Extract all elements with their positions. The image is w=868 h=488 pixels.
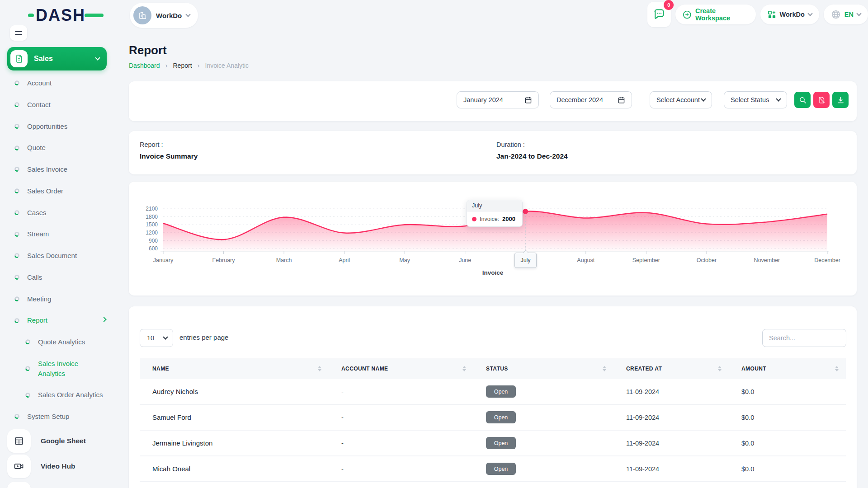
sidebar-item-cases[interactable]: Cases (7, 202, 110, 224)
language-selector[interactable]: EN (824, 5, 868, 24)
clear-filter-button[interactable] (813, 92, 830, 108)
app-root: DASH WorkDo 0 Create Workspace WorkDo EN (0, 0, 868, 488)
svg-text:900: 900 (149, 238, 158, 244)
sidebar-item-account[interactable]: Account (7, 72, 110, 94)
sidebar-item-system-setup[interactable]: System Setup (7, 406, 110, 427)
create-workspace-button[interactable]: Create Workspace (675, 5, 755, 24)
search-icon (799, 96, 807, 104)
column-label: STATUS (486, 366, 508, 372)
cell-amount: $0.0 (729, 388, 846, 395)
app-switcher-label: WorkDo (780, 11, 805, 18)
select-status-dropdown[interactable]: Select Status (724, 91, 787, 108)
sort-icon[interactable] (462, 366, 466, 371)
column-label: NAME (152, 366, 169, 372)
column-header-amount[interactable]: AMOUNT (729, 366, 846, 372)
svg-text:May: May (399, 257, 410, 263)
notification-badge: 0 (664, 0, 674, 10)
sidebar-item-sales-order-analytics[interactable]: Sales Order Analytics (7, 384, 110, 406)
sidebar-collapse-button[interactable] (10, 25, 27, 41)
chevron-down-icon (856, 11, 861, 16)
select-account-value: Select Account (656, 96, 700, 103)
svg-text:February: February (212, 257, 236, 263)
sidebar-item-label: Cases (27, 208, 47, 218)
sidebar-item-sales-order[interactable]: Sales Order (7, 180, 110, 202)
start-date-value: January 2024 (463, 96, 503, 103)
column-header-account-name[interactable]: ACCOUNT NAME (329, 366, 473, 372)
sort-icon[interactable] (318, 366, 321, 371)
column-header-name[interactable]: NAME (140, 366, 329, 372)
svg-text:April: April (339, 257, 350, 263)
cell-name: Jermaine Livingston (140, 439, 329, 447)
ring-icon (14, 145, 19, 150)
invoice-chart-card: 6009001200150018002100JanuaryFebruaryMar… (129, 182, 857, 296)
sidebar-item-label: Report (27, 315, 47, 325)
column-header-created-at[interactable]: CREATED AT (613, 366, 729, 372)
app-switcher-button[interactable]: WorkDo (760, 5, 819, 24)
logo-dash-right (85, 14, 104, 17)
table-search-input[interactable] (762, 329, 846, 347)
sidebar-item-quote[interactable]: Quote (7, 137, 110, 159)
search-filter-button[interactable] (794, 92, 811, 108)
sidebar-item-label: Sales Order Analytics (38, 390, 103, 400)
sidebar-item-label: Calls (27, 272, 42, 282)
page-title: Report (129, 43, 167, 57)
cell-account: - (329, 465, 473, 473)
tooltip-series-label: Invoice: (480, 216, 499, 222)
sidebar-item-video-hub[interactable]: Video Hub (7, 455, 110, 478)
breadcrumb-dashboard[interactable]: Dashboard (129, 62, 160, 69)
sidebar-item-opportunities[interactable]: Opportunities (7, 116, 110, 137)
cell-created-at: 11-09-2024 (613, 465, 729, 473)
sidebar-item-google-sheet[interactable]: Google Sheet (7, 429, 110, 453)
cell-created-at: 11-09-2024 (613, 388, 729, 395)
messages-button[interactable]: 0 (647, 2, 671, 27)
ring-icon (14, 296, 19, 301)
tooltip-value: 2000 (502, 216, 515, 222)
ring-icon (14, 275, 19, 280)
select-account-dropdown[interactable]: Select Account (650, 91, 712, 108)
sidebar-item-calls[interactable]: Calls (7, 267, 110, 288)
chevron-down-icon (776, 96, 781, 101)
header-actions: 0 Create Workspace WorkDo EN (647, 0, 868, 29)
svg-text:600: 600 (149, 245, 158, 252)
ring-icon (14, 124, 19, 129)
sidebar-item-sales-invoice-analytics[interactable]: Sales Invoice Analytics (7, 353, 110, 385)
report-value: Invoice Summary (140, 152, 198, 160)
ring-icon (14, 414, 19, 419)
start-date-input[interactable]: January 2024 (457, 91, 539, 108)
chevron-down-icon (163, 334, 168, 339)
workspace-selector[interactable]: WorkDo (130, 3, 198, 28)
sort-icon[interactable] (603, 366, 606, 371)
sidebar-item-sales-document[interactable]: Sales Document (7, 245, 110, 267)
highlighted-month-label: July (514, 253, 537, 268)
sidebar-item-report[interactable]: Report (7, 310, 110, 331)
entries-per-page-select[interactable]: 10 (140, 329, 173, 347)
sidebar-footer-stub (7, 482, 31, 488)
sidebar-item-contact[interactable]: Contact (7, 94, 110, 116)
sidebar-item-label: System Setup (27, 412, 69, 422)
breadcrumb-report[interactable]: Report (173, 62, 192, 69)
svg-text:October: October (697, 257, 717, 263)
sidebar-footer: Google Sheet Video Hub (7, 429, 110, 488)
calendar-icon (524, 96, 532, 104)
cell-amount: $0.0 (729, 440, 846, 447)
cell-name: Audrey Nichols (140, 388, 329, 395)
svg-text:1500: 1500 (146, 221, 158, 228)
table-grid-icon (7, 429, 31, 453)
sidebar-item-sales-invoice[interactable]: Sales Invoice (7, 159, 110, 180)
logo-text: DASH (36, 7, 85, 23)
end-date-input[interactable]: December 2024 (550, 91, 632, 108)
chevron-down-icon (186, 12, 191, 17)
column-header-status[interactable]: STATUS (473, 366, 613, 372)
sidebar-item-label: Meeting (27, 294, 51, 304)
sort-icon[interactable] (718, 366, 722, 371)
sidebar-item-stream[interactable]: Stream (7, 223, 110, 245)
sidebar-section-sales[interactable]: Sales (7, 47, 107, 70)
sidebar-item-meeting[interactable]: Meeting (7, 288, 110, 310)
plus-circle-icon (683, 10, 692, 19)
chevron-down-icon (807, 11, 812, 16)
breadcrumb-current: Invoice Analytic (205, 62, 249, 69)
download-button[interactable] (832, 92, 849, 108)
sidebar-item-quote-analytics[interactable]: Quote Analytics (7, 331, 110, 353)
sort-icon[interactable] (835, 366, 839, 371)
sidebar-item-label: Quote Analytics (38, 337, 85, 347)
